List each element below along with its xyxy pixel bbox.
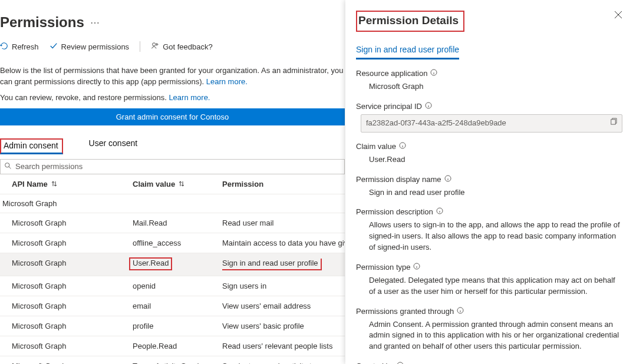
header-claim-value[interactable]: Claim value <box>133 180 222 188</box>
table-row[interactable]: Microsoft GraphMail.ReadRead user mail <box>0 213 345 233</box>
sort-icon <box>179 180 184 188</box>
highlighted-claim: User.Read <box>129 257 172 270</box>
panel-header: Permission Details <box>356 11 622 32</box>
learn-more-link-1[interactable]: Learn more. <box>206 77 248 86</box>
search-icon <box>4 162 12 171</box>
refresh-button[interactable]: Refresh <box>0 42 39 52</box>
copy-icon[interactable] <box>609 118 617 129</box>
table-row[interactable]: Microsoft Graphoffline_accessMaintain ac… <box>0 233 345 253</box>
main-panel: Permissions ⋯ Refresh Review permissions… <box>0 0 345 364</box>
cell-api-name: Microsoft Graph <box>12 362 133 364</box>
info-icon[interactable] <box>397 362 404 364</box>
feedback-icon <box>151 42 159 52</box>
field-display-name: Permission display name Sign in and read… <box>356 175 622 198</box>
info-icon[interactable] <box>430 69 437 78</box>
svg-point-0 <box>153 42 156 45</box>
cell-permission: Sign in and read user profile <box>222 259 345 270</box>
info-icon[interactable] <box>457 307 464 316</box>
desc1-text: Below is the list of permissions that ha… <box>0 66 343 86</box>
tab-user-consent[interactable]: User consent <box>89 138 137 154</box>
value-claim: User.Read <box>369 154 622 166</box>
table-row[interactable]: Microsoft GraphopenidSign users in <box>0 276 345 296</box>
cell-claim-value: email <box>133 302 222 310</box>
sp-id-text: fa2382ad-0f37-443a-a2f5-248da9eb9ade <box>366 118 506 129</box>
review-label: Review permissions <box>61 42 130 51</box>
check-icon <box>50 42 58 52</box>
learn-more-link-2[interactable]: Learn more. <box>169 93 210 102</box>
value-description: Allows users to sign-in to the app, and … <box>369 220 622 253</box>
grant-admin-consent-button[interactable]: Grant admin consent for Contoso <box>0 108 345 125</box>
info-icon[interactable] <box>413 263 420 272</box>
header-perm-label: Permission <box>222 180 263 188</box>
sort-icon <box>51 180 57 188</box>
cell-api-name: Microsoft Graph <box>12 342 133 350</box>
table-header-row: API Name Claim value Permission <box>0 174 345 194</box>
refresh-icon <box>0 42 8 52</box>
description-2: You can review, revoke, and restore perm… <box>0 92 345 104</box>
cell-api-name: Microsoft Graph <box>12 239 133 247</box>
cell-claim-value: TeamsActivity.Send <box>133 362 222 364</box>
info-icon[interactable] <box>436 207 443 216</box>
cell-claim-value: openid <box>133 282 222 290</box>
cell-permission: Read users' relevant people lists <box>222 342 345 350</box>
header-api-label: API Name <box>12 180 48 188</box>
feedback-button[interactable]: Got feedback? <box>151 42 213 52</box>
value-sp-id: fa2382ad-0f37-443a-a2f5-248da9eb9ade <box>361 114 622 133</box>
field-granted-through: Permissions granted through Admin Consen… <box>356 307 622 353</box>
info-icon[interactable] <box>425 102 432 111</box>
desc2-text: You can review, revoke, and restore perm… <box>0 93 169 102</box>
cell-permission: Read user mail <box>222 219 345 227</box>
cell-permission: Maintain access to data you have given i… <box>222 239 345 247</box>
label-sp-id: Service principal ID <box>356 102 422 111</box>
cell-api-name: Microsoft Graph <box>12 219 133 227</box>
cell-api-name: Microsoft Graph <box>12 259 133 270</box>
field-description: Permission description Allows users to s… <box>356 207 622 253</box>
description-1: Below is the list of permissions that ha… <box>0 65 345 88</box>
page-title: Permissions <box>0 14 84 31</box>
info-icon[interactable] <box>399 142 406 151</box>
table-row[interactable]: Microsoft GraphPeople.ReadRead users' re… <box>0 336 345 356</box>
header-claim-label: Claim value <box>133 180 175 188</box>
close-icon[interactable] <box>614 11 622 21</box>
field-service-principal-id: Service principal ID fa2382ad-0f37-443a-… <box>356 102 622 133</box>
refresh-label: Refresh <box>12 42 39 51</box>
table-row[interactable]: Microsoft GraphTeamsActivity.SendSend a … <box>0 356 345 364</box>
header-permission[interactable]: Permission <box>222 180 345 188</box>
tab-admin-consent[interactable]: Admin consent <box>0 138 63 154</box>
value-resource-app: Microsoft Graph <box>369 81 622 92</box>
info-icon[interactable] <box>444 175 451 184</box>
highlighted-permission: Sign in and read user profile <box>222 259 322 270</box>
label-claim: Claim value <box>356 142 396 151</box>
field-claim-value: Claim value User.Read <box>356 142 622 166</box>
review-permissions-button[interactable]: Review permissions <box>50 42 130 52</box>
table-row[interactable]: Microsoft GraphprofileView users' basic … <box>0 316 345 336</box>
cell-claim-value: Mail.Read <box>133 219 222 227</box>
field-permission-type: Permission type Delegated. Delegated typ… <box>356 263 622 297</box>
table-group: Microsoft Graph <box>0 194 345 213</box>
label-resource-app: Resource application <box>356 69 427 78</box>
label-type: Permission type <box>356 263 410 272</box>
cell-permission: View users' email address <box>222 302 345 310</box>
cell-api-name: Microsoft Graph <box>12 302 133 310</box>
cell-api-name: Microsoft Graph <box>12 282 133 290</box>
label-granted-through: Permissions granted through <box>356 307 454 316</box>
cell-permission: View users' basic profile <box>222 322 345 330</box>
table-body: Microsoft GraphMail.ReadRead user mailMi… <box>0 213 345 364</box>
panel-subtitle: Sign in and read user profile <box>356 45 459 59</box>
tabs: Admin consent User consent <box>0 138 345 154</box>
label-display-name: Permission display name <box>356 175 441 184</box>
toolbar: Refresh Review permissions Got feedback? <box>0 38 345 61</box>
table-row[interactable]: Microsoft GraphUser.ReadSign in and read… <box>0 253 345 276</box>
value-display-name: Sign in and read user profile <box>369 187 622 198</box>
header-api-name[interactable]: API Name <box>12 180 133 188</box>
permission-details-panel: Permission Details Sign in and read user… <box>345 0 633 364</box>
field-resource-application: Resource application Microsoft Graph <box>356 69 622 92</box>
panel-title-highlight: Permission Details <box>356 11 464 32</box>
cell-claim-value: User.Read <box>133 259 222 270</box>
more-icon[interactable]: ⋯ <box>90 17 100 28</box>
search-permissions-input[interactable]: Search permissions <box>0 159 345 174</box>
table-row[interactable]: Microsoft GraphemailView users' email ad… <box>0 296 345 316</box>
cell-permission: Sign users in <box>222 282 345 290</box>
cell-permission: Send a teamwork activity to any user <box>222 362 345 364</box>
label-granted-by: Granted by <box>356 362 394 364</box>
